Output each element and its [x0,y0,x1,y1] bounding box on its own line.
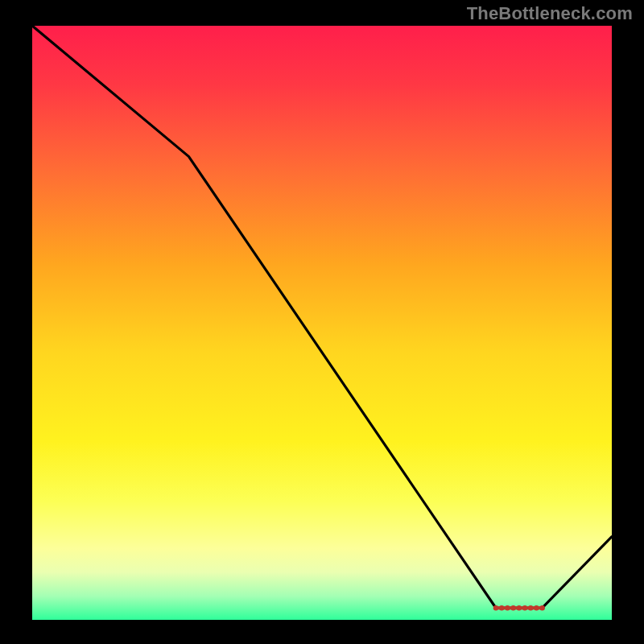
marker-band [493,605,545,611]
svg-point-1 [493,605,499,611]
svg-point-9 [539,605,545,611]
svg-point-7 [528,605,534,611]
chart-svg [0,0,644,644]
chart-stage: TheBottleneck.com [0,0,644,644]
svg-point-5 [517,605,522,611]
svg-point-6 [522,605,528,611]
svg-point-8 [534,605,539,611]
attribution-text: TheBottleneck.com [467,3,633,24]
plot-background [32,26,612,620]
svg-point-3 [505,605,510,611]
svg-point-4 [510,605,516,611]
svg-point-2 [499,605,505,611]
